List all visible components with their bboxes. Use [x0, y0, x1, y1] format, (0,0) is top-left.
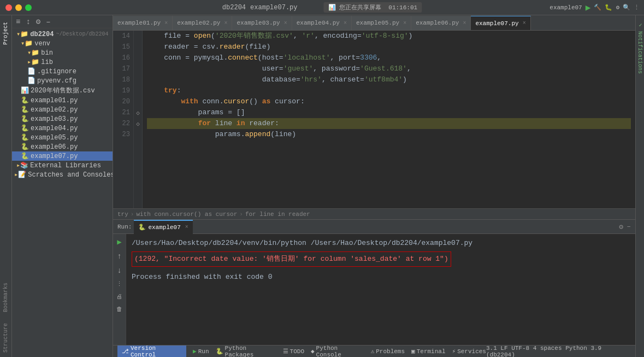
title-bar: db2204 example07.py 📊 您正在共享屏幕 01:16:01 e… [0, 0, 644, 15]
sidebar-toolbar-btn-2[interactable]: ↕ [24, 17, 32, 27]
todo-icon: ☰ [283, 348, 288, 355]
panel-tabs-left: Project Bookmarks Structure [0, 15, 12, 357]
tab-label: example04.py [297, 20, 340, 26]
code-content[interactable]: file = open('2020年销售数据.csv', 'r', encodi… [143, 31, 635, 208]
run-config-label: example07 [550, 4, 582, 11]
tab-example01[interactable]: example01.py × [113, 16, 173, 30]
run-again-button[interactable]: ▶ [116, 236, 122, 248]
tree-item-example05[interactable]: 🐍 example05.py [12, 133, 113, 142]
tree-item-external-libraries[interactable]: ▸📚 External Libraries [12, 161, 113, 170]
app-name: db2204 [222, 4, 246, 11]
git-icon: ⎇ [122, 348, 129, 355]
tab-label: example05.py [356, 20, 399, 26]
tree-item-csv[interactable]: 📊 2020年销售数据.csv [12, 85, 113, 96]
run-tab-status[interactable]: ▶ Run [193, 348, 209, 355]
code-line-22: for line in reader: [147, 118, 631, 129]
sidebar-toolbar-btn-4[interactable]: – [44, 17, 52, 27]
tree-item-example07[interactable]: 🐍 example07.py [12, 151, 113, 161]
py-icon: 🐍 [21, 106, 29, 114]
trash-button[interactable]: 🗑 [115, 305, 123, 314]
run-panel-output[interactable]: /Users/Hao/Desktop/db2204/venv/bin/pytho… [126, 234, 635, 345]
close-icon[interactable]: × [463, 20, 466, 26]
sidebar: ≡ ↕ ⚙ – ▾📁 db2204 ~/Desktop/db2204 ▾📁 ve… [12, 15, 113, 357]
code-line-17: user='guest', password='Guest.618', [147, 63, 631, 74]
tree-item-lib[interactable]: ▸📁 lib [12, 57, 113, 67]
sharing-indicator: 📊 您正在共享屏幕 01:16:01 [324, 2, 422, 13]
tree-item-bin[interactable]: ▾📁 bin [12, 48, 113, 57]
sidebar-toolbar-btn-1[interactable]: ≡ [14, 17, 22, 27]
run-tab-label: example07 [148, 224, 180, 231]
tree-root[interactable]: ▾📁 db2204 ~/Desktop/db2204 [12, 30, 113, 39]
search-icon[interactable]: 🔍 [623, 4, 630, 11]
close-icon[interactable]: × [523, 20, 526, 26]
python-console-tab[interactable]: ◆ Python Console [311, 345, 364, 358]
minimize-button[interactable] [15, 4, 22, 11]
folder-icon: ▸📁 [27, 58, 39, 66]
terminal-tab[interactable]: ▣ Terminal [411, 348, 445, 355]
structure-panel-tab[interactable]: Structure [1, 319, 10, 357]
tab-example05[interactable]: example05.py × [352, 16, 411, 30]
close-icon[interactable]: × [344, 20, 347, 26]
maximize-button[interactable] [25, 4, 32, 11]
code-editor: 14 15 16 17 18 19 20 21 22 23 ◇ ◇ [113, 31, 635, 208]
tab-example02[interactable]: example02.py × [173, 16, 232, 30]
tree-item-scratches[interactable]: ▸📝 Scratches and Consoles [12, 170, 113, 179]
breadcrumb-item-try[interactable]: try [117, 211, 128, 218]
debug-button[interactable]: 🐛 [605, 4, 612, 11]
python-packages-tab[interactable]: 🐍 Python Packages [216, 345, 276, 358]
breadcrumb: try › with conn.cursor() as cursor › for… [113, 208, 635, 219]
close-icon[interactable]: × [403, 20, 406, 26]
breadcrumb-item-for[interactable]: for line in reader [245, 211, 310, 218]
gutter: ◇ ◇ [134, 31, 143, 208]
todo-tab[interactable]: ☰ TODO [283, 348, 304, 355]
run-label: Run: [117, 224, 132, 230]
settings-icon[interactable]: ⚙ [619, 223, 623, 231]
tab-example04[interactable]: example04.py × [292, 16, 352, 30]
tree-item-pyvenv[interactable]: 📄 pyvenv.cfg [12, 76, 113, 85]
tree-item-example06[interactable]: 🐍 example06.py [12, 142, 113, 151]
menu-icon[interactable]: ⋮ [634, 4, 640, 11]
file-icon: 📄 [27, 67, 36, 75]
code-line-23: params.append(line) [147, 129, 631, 140]
run-tab-example07[interactable]: 🐍 example07 × [134, 220, 192, 234]
tree-item-example03[interactable]: 🐍 example03.py [12, 114, 113, 124]
tab-bar: example01.py × example02.py × example03.… [113, 15, 635, 31]
minimize-icon[interactable]: – [627, 223, 631, 231]
sidebar-toolbar-btn-3[interactable]: ⚙ [34, 16, 42, 27]
sidebar-toolbar: ≡ ↕ ⚙ – [12, 15, 113, 28]
notifications-tab[interactable]: ✓ Notifications [636, 17, 644, 78]
scroll-down-button[interactable]: ↓ [116, 265, 122, 276]
run-panel: Run: 🐍 example07 × ⚙ – ▶ ↑ [113, 219, 635, 345]
tree-item-example04[interactable]: 🐍 example04.py [12, 124, 113, 133]
breadcrumb-sep: › [131, 211, 134, 218]
close-icon[interactable]: × [224, 20, 227, 26]
tree-item-gitignore[interactable]: 📄 .gitignore [12, 67, 113, 76]
tab-example03[interactable]: example03.py × [232, 16, 292, 30]
run-tab-close[interactable]: × [185, 224, 188, 230]
settings-icon[interactable]: ⚙ [616, 4, 619, 11]
tree-item-venv[interactable]: ▾📁 venv [12, 39, 113, 48]
breadcrumb-item-cursor[interactable]: with conn.cursor() as cursor [136, 211, 237, 218]
run-button[interactable]: ▶ [586, 2, 591, 13]
build-button[interactable]: 🔨 [594, 4, 601, 11]
project-panel-tab[interactable]: Project [1, 17, 10, 49]
wrap-button[interactable]: ⋮ [115, 279, 123, 289]
code-line-14: file = open('2020年销售数据.csv', 'r', encodi… [147, 31, 631, 42]
run-tab-icon: 🐍 [138, 224, 146, 231]
print-button[interactable]: 🖨 [115, 292, 123, 301]
py-icon: 🐍 [21, 124, 29, 132]
problems-tab[interactable]: ⚠ Problems [371, 348, 405, 355]
version-control-tab[interactable]: ⎇ Version Control [117, 346, 186, 358]
py-icon: 🐍 [21, 152, 29, 160]
close-button[interactable] [5, 4, 12, 11]
tab-label: example01.py [117, 20, 161, 26]
services-tab[interactable]: ⚡ Services [452, 348, 486, 355]
bookmarks-panel-tab[interactable]: Bookmarks [1, 278, 10, 317]
scroll-up-button[interactable]: ↑ [116, 251, 122, 262]
tree-item-example01[interactable]: 🐍 example01.py [12, 96, 113, 105]
tab-example07[interactable]: example07.py × [471, 16, 530, 30]
close-icon[interactable]: × [164, 20, 168, 26]
tree-item-example02[interactable]: 🐍 example02.py [12, 105, 113, 114]
tab-example06[interactable]: example06.py × [411, 16, 471, 30]
close-icon[interactable]: × [284, 20, 287, 26]
